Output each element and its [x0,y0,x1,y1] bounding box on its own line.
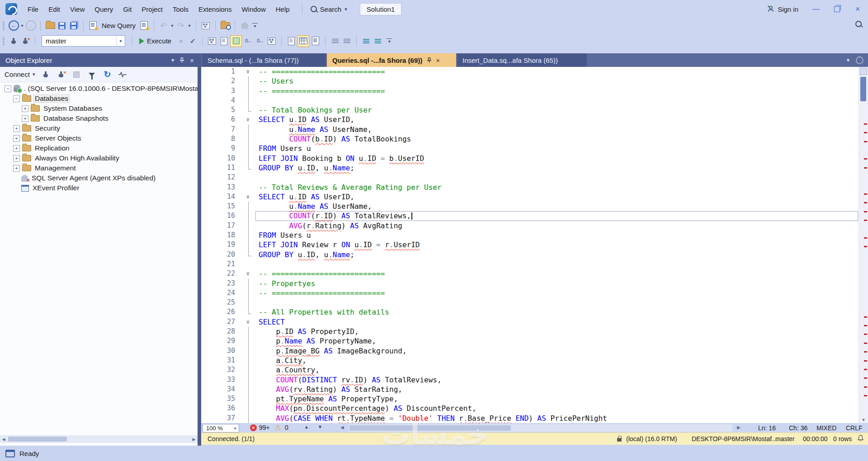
tree-item[interactable]: SQL Server Agent (Agent XPs disabled) [0,173,198,183]
menu-edit[interactable]: Edit [43,5,65,13]
change-connection-button[interactable]: × [20,36,31,47]
active-files-dropdown-icon[interactable]: ▾ [847,57,849,63]
code-editor[interactable]: 1∨-- ==========================2-- Users… [201,67,868,423]
gear-icon[interactable] [856,56,863,64]
expander-collapse-icon[interactable]: − [13,95,20,102]
registered-servers-button[interactable] [239,20,250,31]
line-number[interactable]: 20 [201,250,235,259]
navigate-forward-button[interactable]: → [25,20,36,31]
comment-selection-button[interactable] [330,36,340,47]
activity-monitor-button[interactable] [118,70,127,79]
toolbar-grip[interactable] [3,22,5,30]
expander-expand-icon[interactable]: + [13,135,20,142]
window-position-icon[interactable]: ▾ [171,57,174,63]
fold-margin[interactable] [244,365,255,375]
line-number[interactable]: 17 [201,221,235,230]
fold-margin[interactable] [244,96,255,105]
tree-item[interactable]: XEvent Profiler [0,183,198,193]
line-number[interactable]: 31 [201,356,235,365]
line-number[interactable]: 16 [201,211,235,221]
line-number[interactable]: 27 [201,317,235,327]
scroll-right-icon[interactable]: ▶ [190,437,198,442]
tab-3[interactable]: Insert_Data.sq...afa Shora (65)) [457,53,587,67]
prev-error-icon[interactable]: ▲ [304,424,309,429]
tree-item[interactable]: −Databases [0,94,198,103]
connect-button[interactable] [8,36,19,47]
line-number[interactable]: 10 [201,154,235,163]
fold-margin[interactable] [244,134,255,144]
line-number[interactable]: 26 [201,307,235,317]
expander-expand-icon[interactable]: + [13,145,20,152]
include-actual-plan-button[interactable]: 0↔ [243,36,254,47]
fold-margin[interactable] [244,259,255,269]
fold-margin[interactable] [244,404,255,413]
minimize-button[interactable]: — [806,0,826,18]
live-query-stats-button[interactable]: 0↔ [255,36,265,47]
stop-connection-button[interactable]: × [57,70,66,79]
decrease-indent-button[interactable] [361,36,372,47]
results-to-file-button[interactable] [310,36,321,47]
expander-expand-icon[interactable]: + [22,105,28,112]
fold-margin[interactable] [244,346,255,356]
fold-margin[interactable] [244,375,255,385]
menu-tools[interactable]: Tools [168,5,193,13]
menu-view[interactable]: View [65,5,90,13]
scrollbar-split-widget[interactable] [860,68,867,75]
line-number[interactable]: 36 [201,404,235,413]
redo-dropdown[interactable]: ▾ [187,23,192,28]
fold-margin[interactable]: ∨ [244,192,255,202]
tree-item[interactable]: −. (SQL Server 16.0.1000.6 - DESKTOP-8P6… [0,84,198,94]
toolbar-grip[interactable] [3,37,5,45]
toolbar-overflow[interactable]: ▾ [252,23,258,28]
disconnect-button[interactable] [41,70,50,79]
undo-dropdown[interactable]: ▾ [170,23,175,28]
scrollbar-thumb[interactable] [8,437,67,442]
object-explorer-hscrollbar[interactable]: ◀ ▶ [0,435,198,443]
fold-margin[interactable] [244,86,255,96]
tab-2[interactable]: Queries.sql -...fa Shora (69))× [327,53,456,67]
fold-margin[interactable] [244,173,255,182]
query-options-button[interactable] [218,36,229,47]
fold-margin[interactable] [244,125,255,134]
tree-item[interactable]: +Replication [0,143,198,153]
tree-item[interactable]: +Always On High Availability [0,153,198,163]
line-number[interactable]: 6 [201,115,235,124]
navigate-back-button[interactable]: ← [8,20,19,31]
line-number[interactable]: 24 [201,288,235,298]
line-number[interactable]: 5 [201,105,235,115]
line-number[interactable]: 4 [201,96,235,105]
tree-item[interactable]: +System Databases [0,103,198,113]
line-number[interactable]: 32 [201,365,235,375]
redo-button[interactable]: ↷ [175,20,186,31]
activity-monitor-button[interactable] [220,20,231,31]
pin-icon[interactable] [427,57,432,63]
line-number[interactable]: 23 [201,279,235,288]
execution-plan-button[interactable] [200,20,211,31]
fold-margin[interactable] [244,250,255,259]
error-icon[interactable]: ✕ [250,424,257,431]
line-number[interactable]: 28 [201,327,235,336]
fold-margin[interactable] [244,144,255,153]
bell-icon[interactable] [858,435,863,442]
fold-margin[interactable] [244,211,255,221]
line-number[interactable]: 25 [201,298,235,307]
fold-margin[interactable] [244,279,255,288]
fold-margin[interactable] [244,307,255,317]
panel-splitter[interactable] [198,53,201,446]
expander-expand-icon[interactable]: + [13,125,20,132]
line-number[interactable]: 11 [201,163,235,173]
fold-margin[interactable]: ∨ [244,115,255,124]
warning-count[interactable]: 0 [285,424,288,431]
fold-margin[interactable]: ∨ [244,317,255,327]
fold-margin[interactable]: ∨ [244,67,255,76]
new-query-label[interactable]: New Query [99,22,138,29]
refresh-button[interactable]: ↻ [103,70,112,79]
open-query-button[interactable] [139,20,150,31]
new-query-button[interactable] [88,20,99,31]
fold-margin[interactable] [244,105,255,115]
solution-name[interactable]: Solution1 [360,3,402,15]
object-explorer-header[interactable]: Object Explorer ▾ × [0,53,198,67]
error-count[interactable]: 99+ [259,424,270,431]
display-estimated-plan-button[interactable] [207,36,217,47]
line-number[interactable]: 34 [201,385,235,394]
